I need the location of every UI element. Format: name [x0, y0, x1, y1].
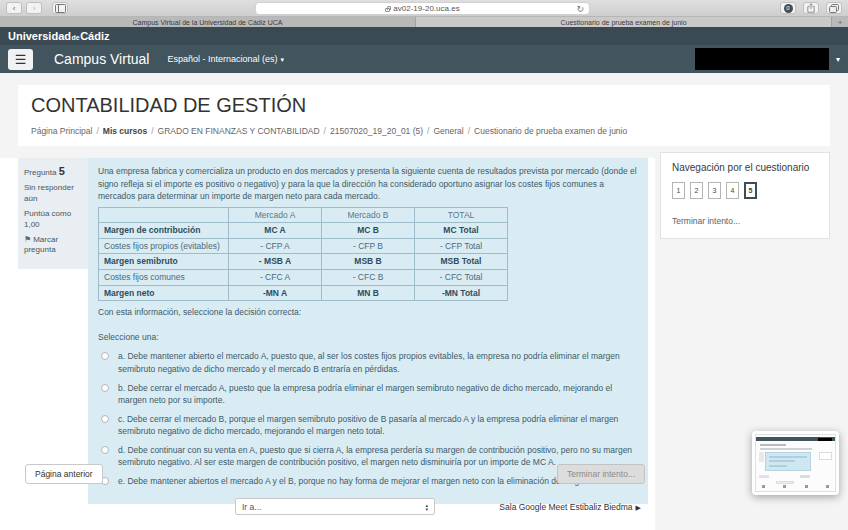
table-row: Margen semibruto - MSB A MSB B MSB Total: [99, 254, 508, 270]
col-mercado-b: Mercado B: [322, 207, 415, 223]
forward-button[interactable]: ›: [26, 2, 42, 14]
google-meet-link[interactable]: Sala Google Meet Estibaliz Biedma▶: [499, 502, 641, 512]
question-nav-button-5[interactable]: 5: [744, 182, 757, 199]
question-info-panel: Pregunta 5 Sin responder aún Puntúa como…: [18, 158, 88, 269]
answer-prompt: Seleccione una:: [98, 331, 638, 344]
question-nav-button-3[interactable]: 3: [708, 182, 721, 199]
option-radio[interactable]: [101, 415, 109, 423]
option-label: b. Debe cerrar el mercado A, puesto que …: [118, 382, 638, 407]
select-arrows-icon: ▴▾: [425, 503, 428, 511]
hamburger-icon: ☰: [15, 53, 27, 66]
thumbnail-page-preview: [755, 434, 836, 492]
breadcrumb-general[interactable]: General: [433, 126, 463, 136]
table-row: Costes fijos comunes - CFC A - CFC B - C…: [99, 270, 508, 286]
answer-option-c[interactable]: c. Debe cerrar el mercado B, porque el m…: [98, 413, 638, 438]
col-mercado-a: Mercado A: [229, 207, 322, 223]
uca-logo-strip: UniversidaddeCádiz: [0, 27, 848, 45]
menu-toggle-button[interactable]: ☰: [8, 49, 33, 70]
back-button[interactable]: ‹: [6, 2, 22, 14]
tab-cuestionario[interactable]: Cuestionario de prueba examen de junio: [416, 17, 832, 27]
tabs-overview-icon[interactable]: [826, 2, 842, 14]
option-label: a. Debe mantener abierto el mercado A, p…: [118, 350, 638, 375]
main-content: Pregunta 5 Sin responder aún Puntúa como…: [0, 158, 655, 530]
quiz-navigation-title: Navegación por el cuestionario: [672, 162, 818, 173]
user-menu-chevron-icon[interactable]: ▾: [836, 55, 840, 64]
language-selector[interactable]: Español - Internacional (es)▾: [167, 54, 284, 64]
campus-virtual-brand[interactable]: Campus Virtual: [54, 51, 149, 67]
page-title: CONTABILIDAD DE GESTIÓN: [31, 94, 817, 117]
chevron-down-icon: ▾: [281, 56, 285, 63]
table-row: Margen de contribución MC A MC B MC Tota…: [99, 223, 508, 239]
finish-attempt-link[interactable]: Terminar intento...: [672, 216, 740, 226]
play-icon: ▶: [636, 504, 641, 511]
main-navbar: ☰ Campus Virtual Español - Internacional…: [0, 45, 848, 73]
results-table: Mercado A Mercado B TOTAL Margen de cont…: [98, 207, 508, 301]
page-header-card: CONTABILIDAD DE GESTIÓN Página Principal…: [18, 85, 830, 146]
breadcrumb: Página Principal/Mis cursos/GRADO EN FIN…: [31, 126, 817, 136]
question-grade: Puntúa como 1,00: [24, 209, 82, 230]
breadcrumb-cuestionario: Cuestionario de prueba examen de junio: [474, 126, 627, 136]
answer-option-a[interactable]: a. Debe mantener abierto el mercado A, p…: [98, 350, 638, 375]
breadcrumb-course-code[interactable]: 21507020_19_20_01 (5): [330, 126, 423, 136]
question-nav-button-2[interactable]: 2: [690, 182, 703, 199]
question-label: Pregunta: [24, 168, 56, 177]
sidebar-icon[interactable]: [52, 2, 68, 14]
content-blocker-button[interactable]: 0: [780, 2, 796, 14]
answer-option-b[interactable]: b. Debe cerrar el mercado A, puesto que …: [98, 382, 638, 407]
breadcrumb-mis-cursos[interactable]: Mis cursos: [103, 126, 147, 136]
tab-campus-virtual[interactable]: Campus Virtual de la Universidad de Cádi…: [0, 17, 416, 27]
flag-icon: ⚑: [24, 235, 31, 244]
browser-tabbar: Campus Virtual de la Universidad de Cádi…: [0, 17, 848, 27]
table-row: Costes fijos propios (evitables) - CFP A…: [99, 238, 508, 254]
refresh-icon[interactable]: ↻: [576, 4, 584, 14]
option-label: c. Debe cerrar el mercado B, porque el m…: [118, 413, 638, 438]
option-radio[interactable]: [101, 384, 109, 392]
blocked-count-badge: 0: [784, 4, 793, 13]
col-total: TOTAL: [415, 207, 508, 223]
question-number: 5: [59, 165, 65, 177]
table-row: Margen neto -MN A MN B -MN Total: [99, 285, 508, 301]
previous-page-button[interactable]: Página anterior: [25, 464, 103, 484]
finish-attempt-button[interactable]: Terminar intento...: [557, 464, 645, 484]
breadcrumb-home[interactable]: Página Principal: [31, 126, 92, 136]
option-radio[interactable]: [101, 352, 109, 360]
address-bar[interactable]: av02-19-20.uca.es ↻: [255, 2, 590, 15]
option-radio[interactable]: [101, 446, 109, 454]
browser-toolbar: ‹ › av02-19-20.uca.es ↻ 0: [0, 0, 848, 17]
new-tab-button[interactable]: +: [832, 17, 848, 27]
question-nav-button-4[interactable]: 4: [726, 182, 739, 199]
jump-to-select[interactable]: Ir a... ▴▾: [235, 498, 435, 515]
question-nav-button-1[interactable]: 1: [672, 182, 685, 199]
question-status: Sin responder aún: [24, 183, 82, 204]
user-name-redacted[interactable]: [695, 48, 829, 70]
uca-logo: Universidad: [8, 27, 71, 45]
quiz-navigation-panel: Navegación por el cuestionario 1 2 3 4 5…: [660, 152, 830, 239]
jump-to-value: Ir a...: [242, 502, 261, 512]
lock-icon: [385, 8, 390, 12]
question-closing-text: Con esta información, seleccione la deci…: [98, 306, 638, 319]
share-icon[interactable]: [803, 2, 819, 14]
url-text: av02-19-20.uca.es: [393, 4, 459, 13]
question-text: Una empresa fabrica y comercializa un pr…: [98, 165, 638, 203]
breadcrumb-grado[interactable]: GRADO EN FINANZAS Y CONTABILIDAD: [158, 126, 320, 136]
flag-question-link[interactable]: ⚑Marcar pregunta: [24, 235, 82, 256]
question-body: Una empresa fabrica y comercializa un pr…: [88, 158, 648, 504]
screenshot-preview-thumbnail[interactable]: [752, 431, 839, 495]
